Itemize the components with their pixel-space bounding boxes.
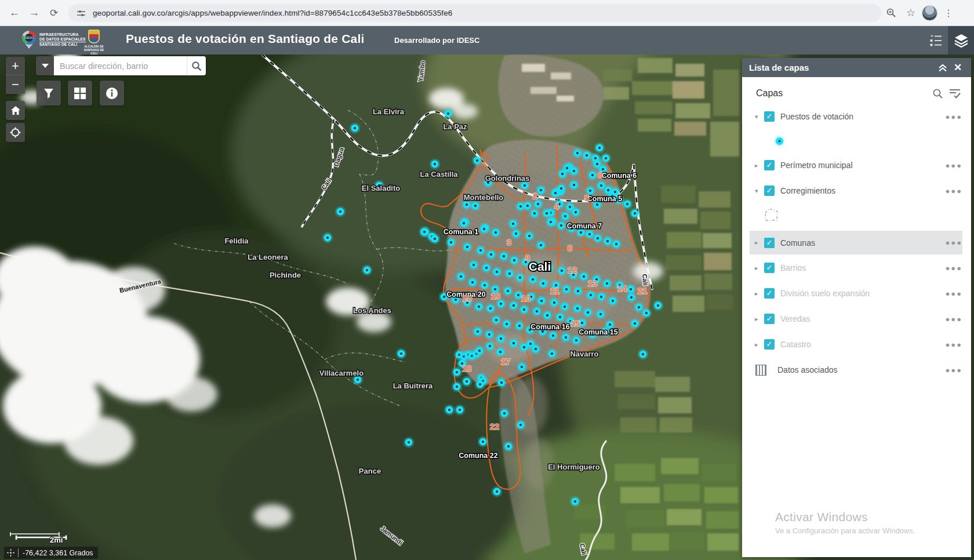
zoom-in-button[interactable]: + <box>6 57 25 75</box>
layer-filter-icon[interactable] <box>948 87 962 100</box>
my-location-button[interactable] <box>6 123 25 142</box>
voting-place-dot[interactable] <box>479 224 490 235</box>
layer-checkbox[interactable]: ✓ <box>764 263 775 273</box>
layer-menu-icon[interactable]: ●●● <box>945 366 962 374</box>
voting-place-dot[interactable] <box>570 496 581 507</box>
voting-place-dot[interactable] <box>555 312 566 323</box>
voting-place-dot[interactable] <box>499 251 510 262</box>
search-button[interactable] <box>187 56 206 75</box>
voting-place-dot[interactable] <box>548 330 559 341</box>
voting-place-dot[interactable] <box>583 307 594 318</box>
voting-place-dot[interactable] <box>528 274 539 285</box>
voting-place-dot[interactable] <box>492 267 503 278</box>
layer-row-1[interactable]: ▸✓Perímetro municipal●●● <box>750 157 962 174</box>
voting-place-dot[interactable] <box>461 376 473 387</box>
layer-row-0[interactable]: ▾✓Puestos de votación●●● <box>750 108 962 125</box>
voting-place-dot[interactable] <box>470 201 481 212</box>
voting-place-dot[interactable] <box>362 265 373 276</box>
close-panel-icon[interactable]: ✕ <box>950 61 965 75</box>
voting-place-dot[interactable] <box>472 155 483 166</box>
voting-place-dot[interactable] <box>532 306 543 317</box>
layer-row-2[interactable]: ▾✓Corregimientos●●● <box>750 182 962 199</box>
voting-place-dot[interactable] <box>508 219 519 230</box>
layer-checkbox[interactable]: ✓ <box>764 314 775 324</box>
voting-place-dot[interactable] <box>536 240 547 251</box>
voting-place-dot[interactable] <box>335 206 346 217</box>
layer-caret-icon[interactable]: ▸ <box>755 239 764 246</box>
voting-place-dot[interactable] <box>569 180 580 191</box>
voting-place-dot[interactable] <box>519 304 530 315</box>
voting-place-dot[interactable] <box>474 346 485 357</box>
voting-place-dot[interactable] <box>452 367 463 378</box>
layer-checkbox[interactable]: ✓ <box>764 186 775 196</box>
voting-place-dot[interactable] <box>641 308 652 319</box>
voting-place-dot[interactable] <box>455 405 466 416</box>
voting-place-dot[interactable] <box>479 280 490 291</box>
layer-row-6[interactable]: ▸✓Veredas●●● <box>750 310 962 328</box>
home-button[interactable] <box>6 101 25 120</box>
voting-place-dot[interactable] <box>536 296 547 307</box>
layer-caret-icon[interactable]: ▾ <box>755 113 764 121</box>
search-source-dropdown[interactable] <box>36 56 54 75</box>
voting-place-dot[interactable] <box>586 290 597 301</box>
voting-place-dot[interactable] <box>630 208 641 219</box>
voting-place-dot[interactable] <box>601 153 612 164</box>
voting-place-dot[interactable] <box>404 437 415 448</box>
voting-place-dot[interactable] <box>508 300 519 311</box>
voting-place-dot[interactable] <box>611 239 622 250</box>
voting-place-dot[interactable] <box>475 245 486 256</box>
voting-place-dot[interactable] <box>595 309 606 320</box>
voting-place-dot[interactable] <box>503 286 514 297</box>
layer-menu-icon[interactable]: ●●● <box>945 289 962 298</box>
voting-place-dot[interactable] <box>572 303 583 314</box>
coordinates-crosshair-icon[interactable] <box>6 548 15 557</box>
voting-place-dot[interactable] <box>468 260 479 271</box>
voting-place-dot[interactable] <box>456 271 467 282</box>
layer-menu-icon[interactable]: ●●● <box>945 187 962 195</box>
search-input[interactable] <box>54 56 187 75</box>
voting-place-dot[interactable] <box>484 329 495 340</box>
voting-place-dot[interactable] <box>630 318 641 329</box>
voting-place-dot[interactable] <box>490 227 501 238</box>
voting-place-dot[interactable] <box>511 228 522 239</box>
layer-menu-icon[interactable]: ●●● <box>945 112 962 121</box>
voting-place-dot[interactable] <box>492 486 503 497</box>
voting-place-dot[interactable] <box>570 207 582 218</box>
layer-row-7[interactable]: ▸✓Catastro●●● <box>750 336 962 353</box>
voting-place-dot[interactable] <box>556 220 567 231</box>
voting-place-dot[interactable] <box>538 278 549 289</box>
profile-avatar[interactable] <box>922 5 937 21</box>
voting-place-dot[interactable] <box>602 278 613 289</box>
voting-place-dot[interactable] <box>496 377 507 388</box>
info-button[interactable] <box>100 81 124 106</box>
voting-place-dot[interactable] <box>481 263 492 274</box>
zoom-page-icon[interactable] <box>882 4 900 21</box>
voting-place-dot[interactable] <box>549 297 560 308</box>
address-bar[interactable]: geoportal.cali.gov.co/arcgis/apps/webapp… <box>68 4 881 22</box>
layer-row-3[interactable]: ▸✓Comunas●●● <box>750 231 962 254</box>
voting-place-dot[interactable] <box>396 348 407 359</box>
voting-place-dot[interactable] <box>462 242 473 253</box>
voting-place-dot[interactable] <box>559 301 570 312</box>
voting-place-dot[interactable] <box>596 292 607 303</box>
collapse-panel-icon[interactable] <box>935 61 950 75</box>
voting-place-dot[interactable] <box>444 405 455 416</box>
back-button[interactable]: ← <box>6 4 23 21</box>
layer-checkbox[interactable]: ✓ <box>764 238 775 248</box>
voting-place-dot[interactable] <box>486 249 497 260</box>
voting-place-dot[interactable] <box>653 300 664 311</box>
voting-place-dot[interactable] <box>557 266 568 277</box>
voting-place-dot[interactable] <box>593 233 604 244</box>
layer-row-8[interactable]: Datos asociados●●● <box>750 361 962 379</box>
voting-place-dot[interactable] <box>503 441 514 452</box>
voting-place-dot[interactable] <box>594 143 605 154</box>
voting-place-dot[interactable] <box>556 183 567 194</box>
voting-place-dot[interactable] <box>499 408 510 419</box>
layer-caret-icon[interactable]: ▸ <box>755 162 764 169</box>
bookmark-star-icon[interactable]: ☆ <box>902 4 920 21</box>
voting-place-dot[interactable] <box>573 286 584 297</box>
voting-place-dot[interactable] <box>491 315 502 326</box>
voting-place-dot[interactable] <box>467 277 478 288</box>
voting-place-dot[interactable] <box>509 255 520 266</box>
voting-place-dot[interactable] <box>515 272 526 283</box>
